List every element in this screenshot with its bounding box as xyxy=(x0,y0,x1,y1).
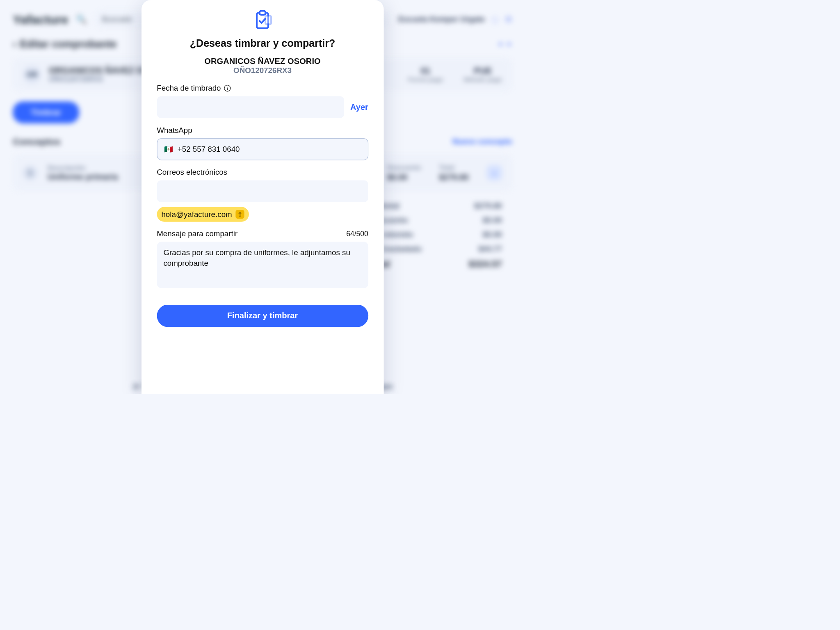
fecha-timbrado-field: Fecha de timbrado i Ayer xyxy=(157,84,368,118)
correos-input[interactable] xyxy=(157,180,368,202)
flag-mx-icon[interactable]: 🇲🇽 xyxy=(164,145,173,153)
finalizar-timbrar-button[interactable]: Finalizar y timbrar xyxy=(157,304,368,327)
modal-title: ¿Deseas timbrar y compartir? xyxy=(190,38,335,49)
trash-icon xyxy=(237,212,243,217)
email-chip: hola@yafacture.com xyxy=(157,207,249,221)
modal-client-rfc: OÑO120726RX3 xyxy=(233,66,292,75)
mensaje-field: Mensaje para compartir 64/500 xyxy=(157,229,368,288)
mensaje-textarea[interactable] xyxy=(157,242,368,288)
svg-rect-1 xyxy=(260,11,265,15)
fecha-timbrado-label: Fecha de timbrado xyxy=(157,84,221,92)
svg-rect-2 xyxy=(265,16,271,24)
whatsapp-input[interactable]: 🇲🇽 xyxy=(157,138,368,160)
email-chip-text: hola@yafacture.com xyxy=(161,210,232,219)
mensaje-counter: 64/500 xyxy=(346,230,368,238)
timbrar-share-modal: ¿Deseas timbrar y compartir? ORGANICOS Ñ… xyxy=(142,0,384,394)
correos-field: Correos electrónicos hola@yafacture.com xyxy=(157,168,368,221)
fecha-timbrado-input[interactable] xyxy=(157,96,344,118)
clipboard-check-icon xyxy=(251,9,274,33)
whatsapp-label: WhatsApp xyxy=(157,126,192,135)
mensaje-label: Mensaje para compartir xyxy=(157,229,237,238)
correos-label: Correos electrónicos xyxy=(157,168,227,176)
whatsapp-field: WhatsApp 🇲🇽 xyxy=(157,126,368,160)
email-chip-delete-button[interactable] xyxy=(235,210,244,219)
fecha-quick-ayer-link[interactable]: Ayer xyxy=(350,103,368,112)
info-icon[interactable]: i xyxy=(224,85,231,91)
modal-client-name: ORGANICOS ÑAVEZ OSORIO xyxy=(204,57,321,66)
modal-backdrop: ¿Deseas timbrar y compartir? ORGANICOS Ñ… xyxy=(0,0,525,394)
